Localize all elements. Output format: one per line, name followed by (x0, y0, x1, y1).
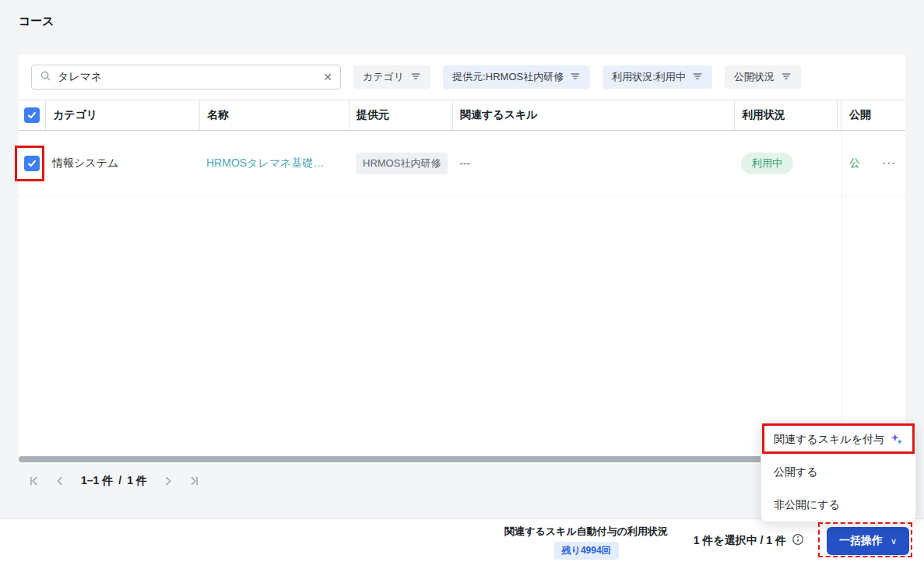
filter-icon (781, 71, 792, 84)
checkmark-icon (26, 158, 37, 169)
course-admin-screen: コース ✕ カテゴリ 提供元:HRMOS社内研修 利用状況:利用中 (0, 0, 924, 562)
usage-status-badge: 利用中 (741, 153, 793, 174)
menu-item-assign-skills[interactable]: 関連するスキルを付与 (761, 423, 915, 456)
category-value: 情報システム (52, 156, 118, 170)
clear-search-icon[interactable]: ✕ (323, 72, 332, 83)
filter-chip-label: 提供元:HRMOS社内研修 (452, 70, 564, 84)
toolbar: ✕ カテゴリ 提供元:HRMOS社内研修 利用状況:利用中 公開状況 (19, 54, 905, 100)
pagination-total: 1 件 (127, 474, 147, 488)
bulk-action-label: 一括操作 (839, 534, 883, 548)
pagination-separator: / (118, 474, 121, 488)
scrollbar-thumb[interactable] (19, 456, 824, 462)
checkmark-icon (26, 110, 37, 121)
chevron-down-icon: ∨ (891, 536, 897, 546)
next-page-button[interactable] (163, 476, 174, 486)
last-page-button[interactable] (189, 476, 200, 486)
menu-item-publish[interactable]: 公開する (761, 456, 915, 489)
row-actions-button[interactable]: ⋯ (882, 155, 896, 171)
page-title: コース (19, 14, 54, 29)
table-row: 情報システム HRMOSタレマネ基礎… HRMOS社内研修 --- 利用中 公 … (19, 131, 905, 196)
pagination: 1–1 件 / 1 件 (28, 469, 200, 493)
menu-item-label: 非公開にする (774, 498, 840, 512)
search-icon (40, 70, 51, 85)
filter-chip-label: カテゴリ (363, 70, 404, 84)
usage-status-title: 関連するスキル自動付与の利用状況 (504, 525, 668, 539)
menu-item-unpublish[interactable]: 非公開にする (761, 489, 915, 522)
bottom-action-bar: 関連するスキル自動付与の利用状況 残り4994回 1 件を選択中 / 1 件 一… (0, 518, 924, 562)
pagination-info: 1–1 件 / 1 件 (81, 474, 147, 488)
filter-icon (570, 71, 581, 84)
cell-category: 情報システム (45, 131, 199, 195)
filter-chip-label: 公開状況 (734, 70, 775, 84)
column-header-skills: 関連するスキル (452, 100, 734, 130)
provider-tag: HRMOS社内研修 (356, 153, 448, 174)
cell-usage: 利用中 (734, 131, 837, 195)
column-header-name: 名称 (199, 100, 349, 130)
filter-chip-usage[interactable]: 利用状況:利用中 (603, 65, 712, 89)
selection-count-text: 1 件を選択中 / 1 件 (694, 534, 786, 548)
skills-value: --- (459, 157, 470, 170)
cell-provider: HRMOS社内研修 (349, 131, 452, 195)
auto-assign-usage-block: 関連するスキル自動付与の利用状況 残り4994回 (504, 525, 668, 560)
filter-icon (692, 71, 703, 84)
selection-count: 1 件を選択中 / 1 件 (694, 533, 804, 548)
usage-remaining-badge: 残り4994回 (554, 542, 619, 560)
filter-chip-label: 利用状況:利用中 (612, 70, 686, 84)
search-input[interactable] (58, 71, 317, 83)
filter-chip-provider[interactable]: 提供元:HRMOS社内研修 (443, 65, 590, 89)
first-page-button[interactable] (28, 476, 39, 486)
bulk-action-button[interactable]: 一括操作 ∨ (827, 527, 909, 555)
search-box[interactable]: ✕ (31, 65, 341, 90)
header-checkbox[interactable] (24, 107, 40, 123)
column-header-provider: 提供元 (349, 100, 452, 130)
cell-skills: --- (452, 131, 734, 195)
fixed-column-divider (841, 131, 842, 451)
row-checkbox[interactable] (24, 156, 40, 171)
course-name-link[interactable]: HRMOSタレマネ基礎… (206, 156, 324, 170)
menu-item-label: 公開する (774, 465, 818, 479)
bulk-actions-menu: 関連するスキルを付与 公開する 非公開にする (761, 423, 916, 522)
prev-page-button[interactable] (54, 476, 65, 486)
cell-publish: 公 ⋯ (841, 131, 905, 195)
column-header-category: カテゴリ (45, 100, 199, 130)
publish-status: 公 (849, 156, 860, 170)
cell-name: HRMOSタレマネ基礎… (199, 131, 349, 195)
pagination-range: 1–1 件 (81, 474, 113, 488)
column-header-usage: 利用状況 (734, 100, 837, 130)
filter-icon (410, 71, 421, 84)
menu-item-label: 関連するスキルを付与 (774, 433, 884, 447)
filter-chip-publish[interactable]: 公開状況 (725, 65, 801, 89)
filter-chip-category[interactable]: カテゴリ (353, 65, 430, 89)
table-header: カテゴリ 名称 提供元 関連するスキル 利用状況 公開 (19, 100, 905, 131)
ai-sparkle-icon (891, 433, 903, 448)
course-list-panel: ✕ カテゴリ 提供元:HRMOS社内研修 利用状況:利用中 公開状況 (19, 54, 905, 464)
column-header-publish: 公開 (841, 100, 905, 130)
info-icon[interactable] (792, 533, 804, 548)
